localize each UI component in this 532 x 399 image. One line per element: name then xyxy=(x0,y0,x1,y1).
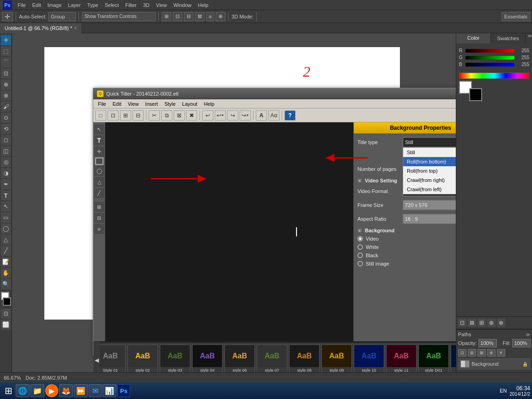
taskbar-media[interactable]: ▶ xyxy=(45,384,58,397)
qt-grid-btn[interactable]: ⊞ xyxy=(120,110,131,121)
style-item-10[interactable]: AaB style D01 xyxy=(418,345,449,373)
zoom-tool[interactable]: 🔍 xyxy=(1,279,11,289)
paths-tool-1[interactable]: ⊡ xyxy=(458,349,466,357)
align-btn-1[interactable]: ⊞ xyxy=(162,12,171,21)
eraser-tool[interactable]: ◻ xyxy=(1,135,11,145)
qt-triangle-tool[interactable]: △ xyxy=(94,177,104,187)
taskbar-ie[interactable]: 🌐 xyxy=(16,384,30,397)
bg-video-radio[interactable] xyxy=(357,236,363,242)
dropdown-item-still[interactable]: Still xyxy=(403,148,456,157)
align-btn-5[interactable]: ≡ xyxy=(206,12,214,21)
bg-white-radio[interactable] xyxy=(357,244,363,250)
qt-menu-layout[interactable]: Layout xyxy=(179,100,200,108)
document-tab[interactable]: Untitled-1 @ 66.7% (RGB/8) * × xyxy=(0,23,82,33)
notes-tool[interactable]: 📝 xyxy=(1,257,11,267)
qt-menu-help[interactable]: Help xyxy=(201,100,217,108)
crop-tool[interactable]: ⊡ xyxy=(1,68,11,79)
taskbar-ps[interactable]: Ps xyxy=(117,384,130,397)
align-btn-2[interactable]: ⊡ xyxy=(173,12,182,21)
qt-delete-btn[interactable]: ✖ xyxy=(186,110,197,121)
shape-tool-2[interactable]: ◯ xyxy=(1,224,11,234)
eyedropper-tool[interactable]: ⊕ xyxy=(1,79,11,90)
dropdown-item-crawl-right[interactable]: Crawl(from right) xyxy=(403,175,456,185)
menu-window[interactable]: Window xyxy=(170,1,194,9)
style-item-5[interactable]: AaB style 07 xyxy=(257,345,287,373)
gradient-tool[interactable]: ◫ xyxy=(1,146,11,156)
style-item-4[interactable]: AaB style 06 xyxy=(224,345,255,373)
paths-expand-btn[interactable]: ≫ xyxy=(526,332,530,337)
qt-undo-arrow-btn[interactable]: ↩▼ xyxy=(215,110,226,121)
style-item-7[interactable]: AaB style 09 xyxy=(321,345,352,373)
dropdown-item-roll-bottom[interactable]: Roll(from bottom) xyxy=(403,157,456,166)
qt-copy-btn[interactable]: ⊟ xyxy=(133,110,144,121)
menu-file[interactable]: File xyxy=(15,1,29,9)
paths-tool-5[interactable]: ✕ xyxy=(497,349,505,357)
taskbar-app2[interactable]: 📊 xyxy=(103,384,116,397)
path-select-tool[interactable]: ↖ xyxy=(1,201,11,212)
qt-menu-edit[interactable]: Edit xyxy=(110,100,124,108)
group-select-btn[interactable]: Group xyxy=(48,12,76,21)
lasso-tool[interactable]: ⌒ xyxy=(1,57,11,67)
qt-cursor-tool[interactable]: ↖ xyxy=(94,124,104,134)
bg-black-radio[interactable] xyxy=(357,253,363,258)
brush-tool[interactable]: 🖌 xyxy=(1,102,11,112)
align-btn-3[interactable]: ⊟ xyxy=(184,12,193,21)
bg-still-radio[interactable] xyxy=(357,261,363,266)
style-item-6[interactable]: AaB style 08 xyxy=(289,345,320,373)
panel-tool-2[interactable]: ⊠ xyxy=(468,319,476,327)
qt-rect-tool[interactable] xyxy=(95,157,103,165)
style-item-3[interactable]: AaB style 04 xyxy=(192,345,223,373)
move-tool-btn[interactable]: ✛ xyxy=(2,12,13,21)
r-slider[interactable] xyxy=(466,49,514,53)
show-transform-btn[interactable]: Show Transform Controls xyxy=(82,12,156,21)
menu-select[interactable]: Select xyxy=(102,1,122,9)
qt-new-btn[interactable]: □ xyxy=(95,110,106,121)
line-tool[interactable]: ╱ xyxy=(1,246,11,256)
quick-mask-tool[interactable]: ⊡ xyxy=(1,308,11,319)
tab-swatches[interactable]: Swatches xyxy=(491,33,526,43)
background-swatch[interactable] xyxy=(469,88,482,101)
fill-input[interactable] xyxy=(512,339,531,347)
qt-text-size-btn[interactable]: A xyxy=(256,110,267,121)
hand-tool[interactable]: ✋ xyxy=(1,268,11,278)
color-spectrum[interactable] xyxy=(459,73,529,79)
dropdown-item-roll-top[interactable]: Roll(from top) xyxy=(403,166,456,175)
b-slider[interactable] xyxy=(466,63,514,66)
style-item-11[interactable]: AaB style D02 xyxy=(451,345,456,373)
style-item-8[interactable]: AaB style 10 xyxy=(354,345,384,373)
style-item-2[interactable]: AaB style 03 xyxy=(160,345,190,373)
qt-line-tool[interactable]: ╱ xyxy=(94,188,104,198)
layer-item-background[interactable]: Background 🔒 xyxy=(458,358,530,369)
color-swatches[interactable] xyxy=(1,292,11,306)
qt-main-canvas[interactable]: Background Properties × Title type Still xyxy=(105,122,456,341)
style-item-1[interactable]: AaB style 02 xyxy=(127,345,158,373)
qt-oval-tool[interactable]: ◯ xyxy=(94,166,104,176)
healing-tool[interactable]: ⊗ xyxy=(1,91,11,101)
qt-grid3-btn[interactable]: ≡ xyxy=(94,224,104,234)
menu-view[interactable]: View xyxy=(153,1,170,9)
opacity-input[interactable] xyxy=(478,339,497,347)
qt-menu-insert[interactable]: Insert xyxy=(142,100,161,108)
paths-tool-4[interactable]: ⊗ xyxy=(487,349,496,357)
start-btn[interactable]: ⊞ xyxy=(2,384,15,397)
menu-image[interactable]: Image xyxy=(45,1,65,9)
menu-3d[interactable]: 3D xyxy=(140,1,152,9)
blur-tool[interactable]: ◎ xyxy=(1,157,11,167)
qt-copy2-btn[interactable]: ⧉ xyxy=(161,110,172,121)
panel-tool-4[interactable]: ⊕ xyxy=(487,319,496,327)
menu-filter[interactable]: Filter xyxy=(122,1,139,9)
qt-text-insert-tool[interactable]: T xyxy=(94,135,104,145)
tab-color[interactable]: Color xyxy=(456,33,491,43)
tab-close-btn[interactable]: × xyxy=(74,25,77,30)
panel-tool-3[interactable]: ⊞ xyxy=(478,319,486,327)
select-tool[interactable]: ⬚ xyxy=(1,46,11,56)
qt-open-btn[interactable]: ⊡ xyxy=(108,110,119,121)
taskbar-explorer[interactable]: 📁 xyxy=(30,384,44,397)
qt-grid2-btn[interactable]: ⊟ xyxy=(94,213,104,223)
dodge-tool[interactable]: ◑ xyxy=(1,168,11,178)
panel-tool-5[interactable]: ⊗ xyxy=(497,319,505,327)
text-tool[interactable]: T xyxy=(1,190,11,200)
video-settings-collapse[interactable]: ▪ xyxy=(357,178,362,183)
panel-expand-btn[interactable]: ≫ xyxy=(527,33,532,43)
dropdown-item-crawl-left[interactable]: Crawl(from left) xyxy=(403,185,456,194)
